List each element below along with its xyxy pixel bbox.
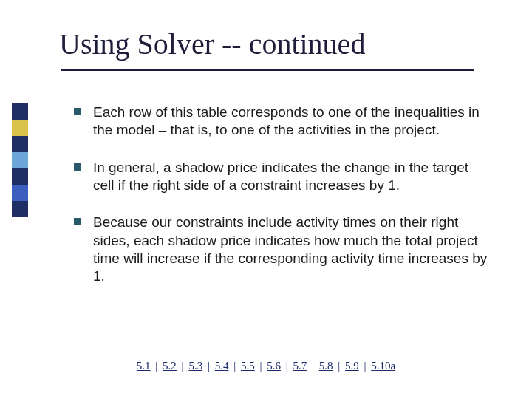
deco-square — [12, 201, 28, 217]
deco-square — [12, 136, 28, 152]
footer-link[interactable]: 5.2 — [163, 360, 177, 372]
bullet-text: Because our constraints include activity… — [93, 214, 488, 285]
footer-separator: | — [208, 360, 210, 372]
footer-separator: | — [312, 360, 314, 372]
slide-title: Using Solver -- continued — [59, 27, 365, 61]
slide: Using Solver -- continued Each row of th… — [0, 0, 532, 399]
footer-link[interactable]: 5.6 — [267, 360, 281, 372]
deco-square — [12, 168, 28, 185]
bullet-text: In general, a shadow price indicates the… — [93, 159, 488, 195]
footer-separator: | — [233, 360, 236, 372]
bullet-item: In general, a shadow price indicates the… — [74, 159, 488, 195]
footer-link[interactable]: 5.1 — [137, 360, 151, 372]
bullet-text: Each row of this table corresponds to on… — [93, 103, 488, 140]
body-text: Each row of this table corresponds to on… — [74, 103, 488, 305]
bullet-item: Because our constraints include activity… — [74, 214, 488, 285]
square-bullet-icon — [74, 163, 81, 171]
deco-square — [12, 120, 28, 136]
bullet-item: Each row of this table corresponds to on… — [74, 103, 488, 140]
deco-square — [12, 185, 28, 201]
footer-separator: | — [155, 360, 157, 372]
footer-separator: | — [182, 360, 184, 372]
footer-nav-links: 5.1 | 5.2 | 5.3 | 5.4 | 5.5 | 5.6 | 5.7 … — [0, 360, 532, 372]
footer-link[interactable]: 5.10a — [371, 360, 395, 372]
footer-link[interactable]: 5.5 — [241, 360, 255, 372]
footer-link[interactable]: 5.3 — [188, 360, 202, 372]
deco-square — [12, 152, 28, 168]
square-bullet-icon — [74, 108, 81, 115]
decorative-sidebar — [12, 103, 28, 217]
footer-separator: | — [338, 360, 340, 372]
footer-separator: | — [286, 360, 288, 372]
title-underline — [61, 69, 474, 71]
footer-link[interactable]: 5.7 — [293, 360, 307, 372]
square-bullet-icon — [74, 218, 81, 225]
deco-square — [12, 103, 28, 120]
footer-link[interactable]: 5.9 — [345, 360, 359, 372]
footer-link[interactable]: 5.8 — [319, 360, 333, 372]
footer-separator: | — [364, 360, 366, 372]
footer-separator: | — [259, 360, 262, 372]
footer-link[interactable]: 5.4 — [215, 360, 229, 372]
